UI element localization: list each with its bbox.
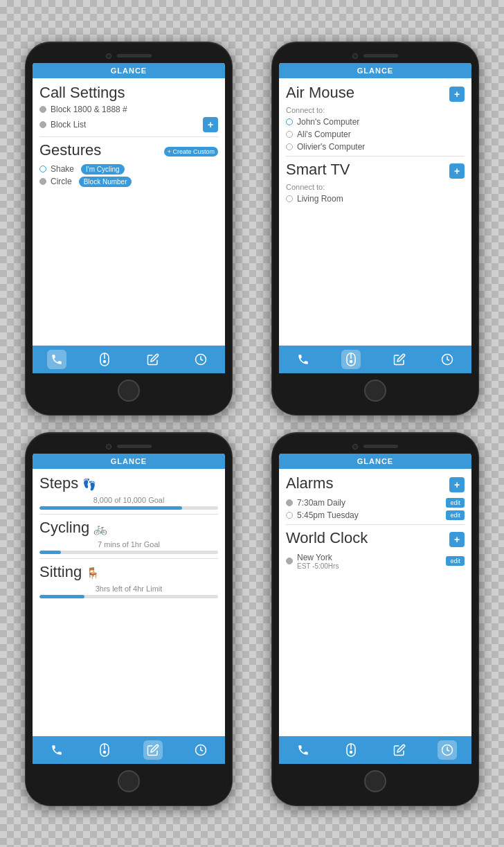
tab-clock-3[interactable]: [191, 740, 210, 760]
tab-bar-1: [33, 346, 225, 373]
alarm-2-radio: [286, 512, 293, 519]
smart-tv-title: Smart TV: [286, 161, 350, 179]
speaker-2: [363, 54, 398, 57]
shake-label: Shake: [51, 164, 74, 174]
phone-3-screen: GLANCE Steps 👣 8,000 of 10,000 Goal: [33, 454, 225, 764]
plus-alarms[interactable]: +: [449, 477, 465, 492]
new-york-radio: [286, 558, 293, 564]
glance-header-2: GLANCE: [279, 63, 471, 78]
plus-icon-1[interactable]: +: [203, 117, 218, 132]
steps-title: Steps: [39, 474, 78, 492]
tab-clock-2[interactable]: [438, 350, 457, 369]
plus-air-mouse[interactable]: +: [449, 87, 465, 102]
tab-mouse-4[interactable]: [341, 740, 361, 760]
phones-grid: GLANCE Call Settings Block 1800 & 1888 #…: [14, 42, 490, 806]
home-button-2[interactable]: [364, 380, 386, 402]
new-york-left: New York EST -5:00Hrs: [286, 553, 339, 570]
tab-clock-4[interactable]: [438, 740, 457, 760]
phone-3-bottom: [33, 764, 225, 799]
sitting-section: Sitting 🪑 3hrs left of 4hr Limit: [39, 563, 218, 598]
alarm-1-radio: [286, 499, 293, 506]
cycling-icon: 🚲: [93, 522, 107, 535]
alis-computer-label: Ali's Computer: [297, 130, 351, 139]
home-button-1[interactable]: [118, 380, 140, 402]
camera-icon-4: [352, 444, 358, 449]
johns-computer-label: John's Computer: [297, 117, 359, 127]
tab-mouse-2[interactable]: [341, 350, 361, 369]
tab-phone-1[interactable]: [47, 350, 66, 369]
alarm-1-time: 7:30am Daily: [297, 498, 345, 508]
alarms-header: Alarms +: [286, 474, 465, 495]
oliviers-computer-item: Olivier's Computer: [286, 142, 465, 152]
glance-header-4: GLANCE: [279, 454, 471, 469]
tab-phone-2[interactable]: [294, 350, 313, 369]
speaker-4: [363, 445, 398, 448]
block-list-plus[interactable]: +: [203, 117, 218, 132]
alis-radio: [286, 131, 293, 138]
block-1800-label: Block 1800 & 1888 #: [51, 105, 127, 114]
phone-4-top-bar: [279, 440, 471, 454]
block-number-btn[interactable]: Block Number: [79, 177, 132, 187]
phone-4-bottom: [279, 764, 471, 799]
world-clock-header: World Clock +: [286, 529, 465, 550]
tab-mouse-1[interactable]: [95, 350, 114, 369]
speaker: [117, 54, 152, 57]
alarm-2-edit-btn[interactable]: edit: [446, 510, 465, 520]
clock-edit-btn[interactable]: edit: [446, 556, 465, 566]
alarm-2-row: 5:45pm Tuesday edit: [286, 510, 465, 520]
home-button-4[interactable]: [364, 770, 386, 792]
glance-header-3: GLANCE: [33, 454, 225, 469]
phone-1: GLANCE Call Settings Block 1800 & 1888 #…: [25, 42, 233, 416]
phone-2-bottom: [279, 373, 471, 408]
tab-bar-3: [33, 736, 225, 764]
svg-point-14: [350, 751, 352, 753]
call-settings-title: Call Settings: [39, 84, 218, 102]
home-button-3[interactable]: [118, 770, 140, 792]
create-custom-btn[interactable]: + Create Custom: [164, 147, 218, 157]
tab-pencil-4[interactable]: [390, 740, 409, 760]
glance-header-1: GLANCE: [33, 63, 225, 78]
plus-world-clock[interactable]: +: [449, 532, 465, 547]
alarm-1-edit-btn[interactable]: edit: [446, 498, 465, 508]
plus-smart-tv[interactable]: +: [449, 163, 465, 179]
new-york-info: New York EST -5:00Hrs: [297, 553, 339, 570]
connect-to-label-2: Connect to:: [286, 183, 465, 191]
screen-2-content: Air Mouse + Connect to: John's Computer …: [279, 78, 471, 346]
divider-1: [39, 136, 218, 137]
block-list-item: Block List +: [39, 117, 218, 132]
shake-gesture-row: Shake I'm Cycling: [39, 164, 218, 175]
svg-point-6: [350, 360, 352, 362]
sitting-progress-bg: [39, 595, 218, 598]
alarm-2-time: 5:45pm Tuesday: [297, 510, 359, 520]
sitting-subtitle: 3hrs left of 4hr Limit: [39, 585, 218, 593]
phone-2-screen: GLANCE Air Mouse + Connect to: John's Co…: [279, 63, 471, 373]
cycling-section: Cycling 🚲 7 mins of 1hr Goal: [39, 519, 218, 554]
phone-3-top-bar: [33, 440, 225, 454]
cycling-btn[interactable]: I'm Cycling: [81, 164, 125, 175]
camera-icon-3: [106, 444, 111, 449]
phone-4-screen: GLANCE Alarms + 7:30am Daily edit: [279, 454, 471, 764]
sitting-icon: 🪑: [86, 567, 100, 580]
alarm-1-row: 7:30am Daily edit: [286, 498, 465, 508]
steps-section: Steps 👣 8,000 of 10,000 Goal: [39, 474, 218, 510]
steps-progress-bg: [39, 506, 218, 510]
camera-icon-2: [352, 53, 358, 59]
tab-pencil-3[interactable]: [143, 740, 163, 760]
tab-phone-4[interactable]: [294, 740, 313, 760]
tab-pencil-2[interactable]: [390, 350, 409, 369]
tab-mouse-3[interactable]: [95, 740, 114, 760]
new-york-tz: EST -5:00Hrs: [297, 562, 339, 570]
johns-radio: [286, 118, 293, 125]
steps-icon: 👣: [82, 478, 96, 491]
cycling-progress-fill: [39, 551, 61, 554]
radio-filled-2: [39, 121, 46, 128]
tab-phone-3[interactable]: [47, 740, 66, 760]
phone-1-top-bar: [33, 49, 225, 63]
tab-bar-2: [279, 346, 471, 373]
alis-computer-item: Ali's Computer: [286, 130, 465, 139]
tab-clock-1[interactable]: [191, 350, 210, 369]
tab-pencil-1[interactable]: [143, 350, 163, 369]
gestures-title: Gestures: [39, 141, 101, 159]
speaker-3: [117, 445, 152, 448]
screen-1-content: Call Settings Block 1800 & 1888 # Block …: [33, 78, 225, 346]
